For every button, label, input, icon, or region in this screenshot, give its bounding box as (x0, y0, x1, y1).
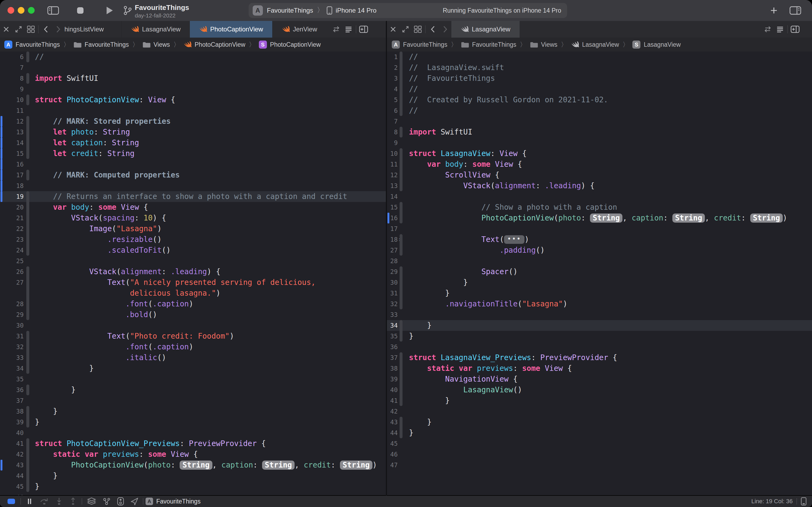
line-number[interactable]: 13 (0, 127, 23, 137)
code-line-39[interactable]: 39 NavigationView { (387, 374, 812, 385)
minimize-window-button[interactable] (18, 7, 24, 14)
line-number[interactable]: 30 (387, 277, 398, 288)
code-line-14[interactable]: 14 let caption: String (0, 137, 386, 148)
code-line-21[interactable]: 21 VStack(spacing: 10) { (0, 213, 386, 223)
line-number[interactable]: 37 (0, 395, 23, 406)
focus-ribbon[interactable] (400, 245, 403, 256)
play-icon[interactable] (105, 6, 113, 15)
focus-ribbon[interactable] (26, 127, 29, 137)
line-number[interactable]: 36 (387, 342, 398, 352)
focus-ribbon[interactable] (26, 438, 29, 449)
tab-PhotoCaptionView[interactable]: PhotoCaptionView (190, 21, 272, 38)
line-number[interactable]: 33 (0, 352, 23, 363)
code-line-23[interactable]: 23 .resizable() (0, 234, 386, 245)
breadcrumb-item-Views[interactable]: Views (142, 41, 170, 49)
focus-ribbon[interactable] (400, 84, 403, 95)
line-number[interactable]: 18 (387, 234, 398, 245)
code-line-9[interactable]: 9 (0, 84, 386, 95)
focus-ribbon[interactable] (400, 266, 403, 277)
focus-ribbon[interactable] (400, 73, 403, 84)
zoom-window-button[interactable] (28, 7, 35, 14)
line-number[interactable]: 34 (0, 363, 23, 374)
line-number[interactable]: 8 (387, 127, 398, 137)
tab-LasagnaView[interactable]: LasagnaView (451, 21, 520, 38)
focus-ribbon[interactable] (400, 52, 403, 62)
code-line-12[interactable]: 12 // MARK: Stored properties (0, 116, 386, 127)
code-line-36[interactable]: 36 (387, 342, 812, 352)
breadcrumb-item-FavouriteThings[interactable]: AFavouriteThings (4, 41, 60, 49)
code-line-37[interactable]: 37 (0, 395, 386, 406)
placeholder-token[interactable]: String (673, 214, 705, 223)
code-line-16[interactable]: 16 PhotoCaptionView(photo: String, capti… (387, 213, 812, 223)
right-pane-lines-button[interactable] (774, 21, 786, 38)
focus-ribbon[interactable] (400, 428, 403, 438)
line-number[interactable]: 12 (0, 116, 23, 127)
code-line-38[interactable]: 38 } (0, 406, 386, 417)
code-line-37[interactable]: 37struct LasagnaView_Previews: PreviewPr… (387, 352, 812, 363)
line-number[interactable]: 13 (387, 180, 398, 191)
left-pane-forward-button[interactable] (52, 21, 64, 38)
code-line-34[interactable]: 34 } (0, 363, 386, 374)
focus-ribbon[interactable] (26, 137, 29, 148)
focus-ribbon[interactable] (400, 170, 403, 180)
line-number[interactable]: 44 (387, 428, 398, 438)
step-over-button[interactable] (37, 496, 52, 507)
line-number[interactable]: 25 (0, 256, 23, 266)
code-line-44[interactable]: 44} (387, 428, 812, 438)
line-number[interactable]: 7 (387, 116, 398, 127)
step-into-button[interactable] (52, 496, 66, 507)
focus-ribbon[interactable] (26, 449, 29, 460)
line-number[interactable]: 40 (0, 428, 23, 438)
code-line-45[interactable]: 45 (387, 438, 812, 449)
line-number[interactable]: 10 (0, 95, 23, 105)
code-line-33[interactable]: 33 .italic() (0, 352, 386, 363)
code-line-26[interactable]: 26 VStack(alignment: .leading) { (0, 266, 386, 277)
code-line-29[interactable]: 29 .bold() (0, 309, 386, 320)
code-line-36[interactable]: 36 } (0, 385, 386, 395)
left-pane-lines-button[interactable] (342, 21, 355, 38)
breadcrumb-item-LasagnaView[interactable]: SLasagnaView (632, 41, 681, 49)
line-number[interactable]: 14 (0, 137, 23, 148)
view-debugger-button[interactable] (84, 496, 99, 507)
focus-ribbon[interactable] (400, 95, 403, 105)
code-line-7[interactable]: 7 (0, 62, 386, 73)
code-line-42[interactable]: 42 static var previews: some View { (0, 449, 386, 460)
line-number[interactable]: 9 (0, 84, 23, 95)
code-line-41[interactable]: 41 } (387, 395, 812, 406)
code-line-31[interactable]: 31 } (387, 288, 812, 299)
line-number[interactable]: 5 (387, 95, 398, 105)
focus-ribbon[interactable] (26, 116, 29, 127)
focus-ribbon[interactable] (26, 481, 29, 492)
scheme-device[interactable]: iPhone 14 Pro (336, 7, 376, 14)
focus-ribbon[interactable] (26, 288, 29, 299)
breadcrumb-item-Views[interactable]: Views (530, 41, 558, 49)
code-line-17[interactable]: 17 (387, 223, 812, 234)
focus-ribbon[interactable] (26, 170, 29, 180)
code-line-15[interactable]: 15 let credit: String (0, 148, 386, 159)
pause-button[interactable] (22, 496, 37, 507)
code-line-9[interactable]: 9 (387, 137, 812, 148)
focus-ribbon[interactable] (26, 470, 29, 481)
line-number[interactable]: 32 (387, 299, 398, 309)
code-line-28[interactable]: 28 .font(.caption) (0, 299, 386, 309)
pane-divider[interactable] (386, 21, 387, 496)
line-number[interactable]: 27 (387, 245, 398, 256)
focus-ribbon[interactable] (400, 148, 403, 159)
line-number[interactable]: 35 (387, 331, 398, 342)
code-line-6[interactable]: 6// (0, 52, 386, 62)
line-number[interactable]: 41 (387, 395, 398, 406)
focus-ribbon[interactable] (26, 202, 29, 213)
code-line-43[interactable]: 43 } (387, 417, 812, 428)
line-number[interactable]: 19 (0, 191, 23, 202)
line-number[interactable]: 8 (0, 73, 23, 84)
code-line-27[interactable]: 27 Text("A nicely presented serving of d… (0, 277, 386, 288)
code-line-30[interactable]: 30 (0, 320, 386, 331)
line-number[interactable]: 16 (0, 159, 23, 170)
line-number[interactable]: 14 (387, 191, 398, 202)
code-line-8[interactable]: 8import SwiftUI (0, 73, 386, 84)
line-number[interactable]: 27 (0, 277, 23, 288)
code-line-11[interactable]: 11 (0, 105, 386, 116)
focus-ribbon[interactable] (26, 234, 29, 245)
line-number[interactable]: 6 (0, 52, 23, 62)
line-number[interactable]: 2 (387, 62, 398, 73)
